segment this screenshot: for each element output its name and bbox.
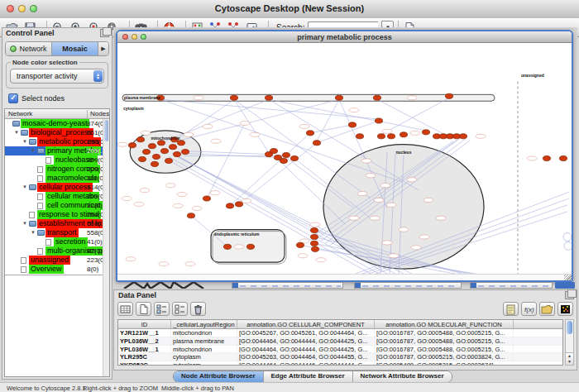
network-node[interactable] [459, 134, 467, 139]
edge[interactable] [230, 133, 310, 206]
birds-eye-view[interactable] [5, 275, 109, 376]
table-row[interactable]: YPL036W__1mitochondrion[GO:0044464, GO:0… [118, 346, 562, 354]
tab-network[interactable]: Network [6, 42, 52, 55]
tree-row[interactable]: ▼transport558(0) [5, 228, 109, 237]
tab-overflow-arrow[interactable]: ▶ [98, 42, 108, 55]
unselect-attributes-icon[interactable] [172, 302, 188, 316]
edge[interactable] [239, 143, 317, 204]
edge[interactable] [310, 125, 352, 133]
edge[interactable] [317, 99, 339, 141]
network-canvas[interactable]: plasma membranecytoplasmmitochondrionnuc… [117, 43, 572, 275]
network-node[interactable] [187, 213, 194, 218]
tree-row[interactable]: cellular metabo209(0) [5, 192, 109, 201]
overview-window-fragment[interactable] [122, 282, 222, 289]
network-node[interactable] [310, 234, 318, 239]
table-row[interactable]: YJR121W__1mitochondrion[GO:0045267, GO:0… [118, 329, 562, 337]
network-node[interactable] [203, 196, 210, 201]
tree-row[interactable]: secretion41(0) [5, 237, 109, 246]
network-node[interactable] [152, 154, 160, 159]
tab-node-attribute-browser[interactable]: Node Attribute Browser [174, 371, 264, 382]
self-loop-edge[interactable] [564, 241, 572, 250]
attribute-grid-icon[interactable] [117, 302, 133, 316]
network-node[interactable] [235, 202, 242, 207]
network-node[interactable] [422, 130, 429, 135]
tree-row-label[interactable]: cellular process [37, 183, 93, 192]
network-window-titlebar[interactable]: primary metabolic process [117, 31, 572, 43]
network-node[interactable] [270, 149, 277, 154]
tree-row[interactable]: cell communicat22(0) [5, 201, 109, 210]
region-plasma-membrane[interactable] [122, 94, 495, 101]
tree-scrollbar[interactable] [103, 119, 109, 376]
column-header[interactable]: annotation.GO CELLULAR_COMPONENT [237, 320, 375, 328]
network-node[interactable] [138, 156, 146, 161]
float-panel-icon[interactable] [565, 291, 574, 299]
tree-row[interactable]: mosaic-demo-yeast874(0) [5, 119, 109, 128]
tree-row[interactable]: macromolecule311(0) [5, 174, 109, 183]
select-nodes-checkbox[interactable]: ✓ [8, 93, 18, 103]
import-attributes-icon[interactable] [539, 302, 555, 316]
network-node[interactable] [246, 244, 254, 249]
network-node[interactable] [169, 145, 176, 150]
network-node[interactable] [280, 158, 287, 163]
tree-row[interactable]: ▼establishment of lo558(0) [5, 219, 109, 228]
self-loop-edge[interactable] [563, 233, 572, 241]
edge[interactable] [160, 99, 402, 182]
tree-row[interactable]: Overview8(0) [5, 265, 109, 274]
network-node[interactable] [543, 155, 550, 160]
column-header[interactable]: _cellularLayoutRegion [171, 320, 237, 328]
network-node[interactable] [335, 95, 342, 100]
column-header[interactable]: annotation.GO MOLECULAR_FUNCTION [375, 320, 514, 328]
network-node[interactable] [306, 131, 313, 136]
tree-row-label[interactable]: secretion [54, 237, 88, 246]
expand-arrow-icon[interactable]: ▼ [22, 139, 27, 144]
network-node[interactable] [356, 134, 363, 139]
tree-row[interactable]: ▼cellular process614(0) [5, 183, 109, 192]
matrix-view-icon[interactable] [557, 302, 573, 316]
table-row[interactable]: YKR052Ccytoplasm[GO:0044464, GO:0044446,… [118, 361, 562, 366]
edge[interactable] [160, 99, 379, 119]
edge[interactable] [172, 99, 234, 142]
network-node[interactable] [400, 132, 407, 137]
network-node[interactable] [265, 95, 272, 100]
column-header[interactable]: ID [118, 320, 171, 328]
expand-arrow-icon[interactable]: ▼ [22, 184, 27, 189]
table-scrollbar[interactable]: ▲▼ [565, 319, 574, 366]
network-node[interactable] [128, 143, 136, 148]
network-node[interactable] [296, 242, 304, 247]
network-node[interactable] [348, 122, 356, 127]
network-node[interactable] [142, 150, 150, 155]
edge[interactable] [207, 123, 245, 198]
expand-arrow-icon[interactable]: ▼ [22, 221, 27, 226]
edge[interactable] [381, 98, 449, 135]
network-node[interactable] [177, 141, 184, 146]
select-attributes-icon[interactable] [154, 302, 170, 316]
network-node[interactable] [148, 144, 156, 149]
network-node[interactable] [165, 158, 172, 163]
network-node[interactable] [375, 118, 382, 123]
tree-row-label[interactable]: unassigned [29, 256, 70, 265]
table-row[interactable]: YPL036W__2plasma membrane[GO:0044464, GO… [118, 337, 562, 346]
network-node[interactable] [160, 149, 168, 154]
tree-row[interactable]: ▼metabolic process280(0) [5, 137, 109, 146]
delete-attribute-icon[interactable] [190, 302, 206, 316]
expand-arrow-icon[interactable]: ▼ [31, 230, 36, 235]
tree-row-label[interactable]: biological_process [29, 128, 93, 137]
network-node[interactable] [151, 161, 158, 166]
tree-row[interactable]: unassigned223(0) [5, 256, 109, 265]
new-attribute-icon[interactable] [136, 302, 151, 316]
network-node[interactable] [136, 137, 144, 142]
network-node[interactable] [173, 151, 180, 156]
network-node[interactable] [311, 246, 318, 251]
tree-row[interactable]: nucleobase-209(0) [5, 155, 109, 165]
tab-mosaic[interactable]: Mosaic [52, 42, 98, 55]
network-view-window[interactable]: primary metabolic process plasma membran… [116, 30, 573, 282]
node-color-dropdown[interactable]: transporter activity ▲▼ [10, 69, 104, 84]
expand-arrow-icon[interactable]: ▼ [14, 130, 19, 135]
tab-edge-attribute-browser[interactable]: Edge Attribute Browser [264, 371, 353, 382]
tree-row-label[interactable]: transport [45, 228, 79, 237]
network-node[interactable] [230, 95, 237, 100]
function-builder-icon[interactable]: f(x) [521, 302, 537, 316]
notes-icon[interactable] [503, 302, 519, 316]
network-node[interactable] [387, 134, 395, 139]
expand-arrow-icon[interactable]: ▼ [31, 148, 36, 153]
